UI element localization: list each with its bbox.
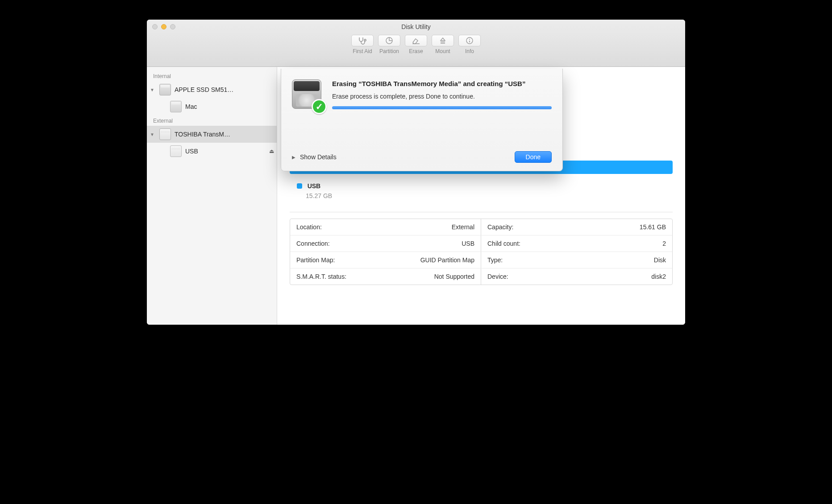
disk-icon bbox=[170, 145, 182, 157]
table-row: S.M.A.R.T. status:Not Supported bbox=[290, 268, 481, 285]
minimize-window-button[interactable] bbox=[161, 24, 166, 29]
chevron-down-icon[interactable]: ▼ bbox=[149, 87, 156, 92]
dialog-title: Erasing “TOSHIBA TransMemory Media” and … bbox=[332, 79, 552, 88]
traffic-lights bbox=[152, 24, 175, 29]
volume-summary: USB 15.27 GB bbox=[297, 182, 685, 199]
sidebar-item-label: APPLE SSD SM51… bbox=[175, 86, 277, 93]
mount-icon bbox=[439, 37, 446, 44]
prop-key: Partition Map: bbox=[290, 252, 382, 268]
sidebar-item-label: Mac bbox=[185, 103, 277, 110]
prop-key: Connection: bbox=[290, 235, 382, 252]
prop-key: Location: bbox=[290, 219, 382, 235]
prop-val: External bbox=[382, 219, 481, 235]
prop-val: GUID Partition Map bbox=[382, 252, 481, 268]
sidebar: Internal ▼ APPLE SSD SM51… Mac External … bbox=[147, 67, 277, 325]
sidebar-item-label: USB bbox=[185, 148, 266, 155]
toolbar-label: First Aid bbox=[353, 48, 372, 54]
prop-val: USB bbox=[382, 235, 481, 252]
volume-name: USB bbox=[308, 182, 321, 190]
table-row: Connection:USB bbox=[290, 235, 481, 252]
table-row: Child count:2 bbox=[481, 235, 672, 252]
prop-key: S.M.A.R.T. status: bbox=[290, 268, 382, 285]
prop-val: Not Supported bbox=[382, 268, 481, 285]
table-row: Capacity:15.61 GB bbox=[481, 219, 672, 235]
toolbar-label: Erase bbox=[409, 48, 423, 54]
sidebar-volume-mac[interactable]: Mac bbox=[147, 98, 277, 115]
properties-table: Location:External Connection:USB Partiti… bbox=[290, 219, 673, 285]
window-body: Internal ▼ APPLE SSD SM51… Mac External … bbox=[147, 67, 685, 325]
table-row: Type:Disk bbox=[481, 252, 672, 268]
disk-icon bbox=[159, 84, 171, 95]
toolbar-info[interactable]: Info bbox=[458, 35, 481, 54]
volume-size: 15.27 GB bbox=[306, 192, 685, 199]
prop-val: 2 bbox=[584, 235, 672, 252]
dialog-subtitle: Erase process is complete, press Done to… bbox=[332, 93, 552, 100]
show-details-toggle[interactable]: ▶ Show Details bbox=[292, 153, 337, 161]
sidebar-disk-apple-ssd[interactable]: ▼ APPLE SSD SM51… bbox=[147, 81, 277, 98]
disk-icon bbox=[159, 128, 171, 140]
disk-icon bbox=[170, 101, 182, 112]
toolbar-label: Info bbox=[465, 48, 474, 54]
pie-icon bbox=[385, 37, 393, 45]
window-title: Disk Utility bbox=[147, 20, 685, 30]
sidebar-volume-usb[interactable]: USB ⏏ bbox=[147, 143, 277, 160]
properties-left: Location:External Connection:USB Partiti… bbox=[290, 219, 481, 285]
table-row: Device:disk2 bbox=[481, 268, 672, 285]
svg-point-3 bbox=[469, 39, 470, 40]
toolbar-partition[interactable]: Partition bbox=[378, 35, 400, 54]
divider bbox=[290, 212, 673, 212]
prop-key: Child count: bbox=[481, 235, 584, 252]
chevron-down-icon[interactable]: ▼ bbox=[149, 132, 156, 137]
erase-icon bbox=[412, 37, 420, 44]
toolbar-erase[interactable]: Erase bbox=[405, 35, 427, 54]
prop-val: 15.61 GB bbox=[584, 219, 672, 235]
zoom-window-button[interactable] bbox=[170, 24, 175, 29]
stethoscope-icon bbox=[358, 37, 367, 45]
volume-color-chip bbox=[297, 183, 302, 189]
properties-right: Capacity:15.61 GB Child count:2 Type:Dis… bbox=[481, 219, 672, 285]
table-row: Partition Map:GUID Partition Map bbox=[290, 252, 481, 268]
svg-point-0 bbox=[364, 39, 366, 41]
app-window: Disk Utility First Aid Partition Erase bbox=[147, 20, 685, 325]
progress-bar bbox=[332, 106, 552, 109]
prop-key: Device: bbox=[481, 268, 584, 285]
sidebar-disk-toshiba[interactable]: ▼ TOSHIBA TransM… bbox=[147, 126, 277, 143]
titlebar: Disk Utility First Aid Partition Erase bbox=[147, 20, 685, 67]
eject-icon[interactable]: ⏏ bbox=[266, 146, 277, 157]
table-row: Location:External bbox=[290, 219, 481, 235]
prop-key: Capacity: bbox=[481, 219, 584, 235]
done-button[interactable]: Done bbox=[515, 151, 552, 163]
prop-val: Disk bbox=[584, 252, 672, 268]
toolbar-mount[interactable]: Mount bbox=[432, 35, 454, 54]
toolbar-label: Mount bbox=[435, 48, 450, 54]
toolbar-label: Partition bbox=[379, 48, 399, 54]
sidebar-group-header: External bbox=[147, 115, 277, 126]
toolbar: First Aid Partition Erase Mount bbox=[147, 35, 685, 54]
close-window-button[interactable] bbox=[152, 24, 158, 29]
prop-val: disk2 bbox=[584, 268, 672, 285]
chevron-right-icon: ▶ bbox=[292, 155, 295, 160]
sidebar-item-label: TOSHIBA TransM… bbox=[175, 131, 277, 138]
sidebar-group-header: Internal bbox=[147, 70, 277, 81]
checkmark-badge-icon: ✓ bbox=[312, 99, 327, 114]
toolbar-first-aid[interactable]: First Aid bbox=[351, 35, 374, 54]
dialog-icon: ✓ bbox=[292, 79, 323, 111]
info-icon bbox=[466, 37, 473, 44]
prop-key: Type: bbox=[481, 252, 584, 268]
erase-complete-dialog: ✓ Erasing “TOSHIBA TransMemory Media” an… bbox=[281, 69, 563, 171]
show-details-label: Show Details bbox=[300, 153, 337, 161]
